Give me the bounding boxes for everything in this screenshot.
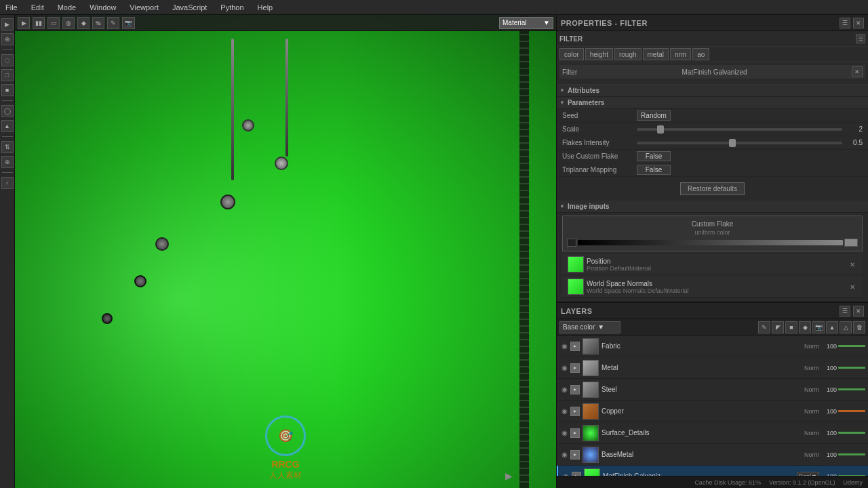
vp-btn-cam2[interactable]: 📷 <box>122 17 135 29</box>
attributes-section[interactable]: ▼ Attributes <box>557 85 868 97</box>
tool-zoom[interactable]: ⊕ <box>1 156 14 168</box>
properties-filter-panel: PROPERTIES - FILTER ☰ ✕ FILTER ☰ color h… <box>557 15 868 303</box>
layer-basemetal-folder[interactable]: ▸ <box>570 450 580 460</box>
map-worldnormals-close[interactable]: ✕ <box>848 282 857 291</box>
layer-metal-folder[interactable]: ▸ <box>570 363 580 373</box>
layers-tool-trash[interactable]: 🗑 <box>853 321 865 333</box>
attributes-arrow: ▼ <box>559 87 565 94</box>
properties-settings-btn[interactable]: ☰ <box>840 18 850 28</box>
material-dropdown[interactable]: Material ▼ <box>499 17 553 29</box>
parameters-section[interactable]: ▼ Parameters <box>557 97 868 109</box>
layer-steel[interactable]: ◉ ▸ Steel Norm 100 <box>557 379 868 401</box>
vp-btn-display[interactable]: ◍ <box>62 17 75 29</box>
filter-settings-icon[interactable]: ☰ <box>856 34 865 43</box>
scale-slider-thumb[interactable] <box>657 125 664 134</box>
layer-basemetal-eye[interactable]: ◉ <box>559 450 569 460</box>
layer-surface[interactable]: ◉ ▸ Surface_Details Norm 100 <box>557 422 868 444</box>
layers-tool-2[interactable]: ◤ <box>772 321 784 333</box>
tool-brush[interactable]: ◌ <box>1 54 14 66</box>
layer-copper[interactable]: ◉ ▸ Copper Norm 100 <box>557 401 868 422</box>
layer-steel-norm: Norm <box>804 386 819 393</box>
layer-steel-eye[interactable]: ◉ <box>559 385 569 394</box>
menu-window[interactable]: Window <box>87 2 119 13</box>
menu-edit[interactable]: Edit <box>28 2 47 13</box>
scale-slider-track[interactable] <box>637 128 842 131</box>
layer-fabric-folder[interactable]: ▸ <box>570 342 580 351</box>
layer-metal-eye[interactable]: ◉ <box>559 363 569 373</box>
layers-tool-5[interactable]: 📷 <box>812 321 825 333</box>
vp-btn-arrows[interactable]: ↹ <box>92 17 104 29</box>
filter-sub-header: Filter MatFinish Galvanized ✕ <box>559 65 865 79</box>
filter-tab-color[interactable]: color <box>559 48 584 60</box>
tool-layers[interactable]: ▫ <box>1 177 14 189</box>
layer-metal-thumb <box>583 360 599 376</box>
vp-btn-pause[interactable]: ▮▮ <box>33 17 45 29</box>
tool-transform[interactable]: ⇅ <box>1 141 14 153</box>
color-slider-end[interactable] <box>844 239 858 247</box>
vp-btn-env[interactable]: ◆ <box>77 17 90 29</box>
restore-defaults-row: Restore defaults <box>557 177 868 201</box>
layers-tool-7[interactable]: △ <box>840 321 852 333</box>
tool-select[interactable]: ▶ <box>1 18 14 30</box>
color-swatch[interactable] <box>567 239 576 247</box>
flakes-slider-thumb[interactable] <box>729 139 736 147</box>
vp-btn-frame[interactable]: ▭ <box>47 17 60 29</box>
menu-javascript[interactable]: JavaScript <box>170 2 210 13</box>
filter-tab-rough[interactable]: rough <box>614 48 642 60</box>
watermark-rrcg: RRCG <box>271 459 299 470</box>
layer-fabric-norm: Norm <box>804 343 819 350</box>
restore-defaults-btn[interactable]: Restore defaults <box>680 182 745 195</box>
layer-copper-folder[interactable]: ▸ <box>570 407 580 416</box>
filter-sub-close[interactable]: ✕ <box>852 66 863 77</box>
flakes-slider-track[interactable] <box>637 142 842 144</box>
layers-close-btn[interactable]: ✕ <box>853 306 864 317</box>
vp-btn-pen[interactable]: ✎ <box>107 17 119 29</box>
tool-eyedropper[interactable]: ◯ <box>1 105 14 117</box>
layers-tool-3[interactable]: ■ <box>785 321 797 333</box>
layer-basemetal-info: BaseMetal <box>601 451 803 458</box>
udemy-brand: Udemy <box>843 479 863 486</box>
layer-fabric[interactable]: ◉ ▸ Fabric Norm 100 <box>557 336 868 357</box>
layers-tool-6[interactable]: ▲ <box>826 321 838 333</box>
nav-arrow[interactable]: ▶ <box>505 470 513 481</box>
menu-mode[interactable]: Mode <box>55 2 79 13</box>
filter-top-row: FILTER ☰ <box>557 31 868 47</box>
menu-file[interactable]: File <box>3 2 20 13</box>
layers-tool-1[interactable]: ✎ <box>758 321 770 333</box>
tool-move[interactable]: ⊕ <box>1 33 14 45</box>
layer-surface-eye[interactable]: ◉ <box>559 428 569 438</box>
tool-eraser[interactable]: □ <box>1 69 14 81</box>
color-slider[interactable] <box>578 240 843 245</box>
custom-flake-title: Custom Flake <box>567 220 858 228</box>
filter-tab-ao[interactable]: ao <box>692 48 709 60</box>
menu-python[interactable]: Python <box>218 2 246 13</box>
tool-fill[interactable]: ▲ <box>1 120 14 132</box>
filter-tab-nrm[interactable]: nrm <box>670 48 691 60</box>
base-color-dropdown[interactable]: Base color ▼ <box>559 321 620 333</box>
layer-copper-eye[interactable]: ◉ <box>559 407 569 416</box>
layer-metal[interactable]: ◉ ▸ Metal Norm 100 <box>557 357 868 379</box>
layer-matfinish[interactable]: ◉ ▸ MatFinish Galvaniz... Repl ▼ 100 <box>557 466 868 476</box>
param-custom-flake-value[interactable]: False <box>637 151 671 161</box>
layers-tool-4[interactable]: ◆ <box>799 321 811 333</box>
layer-steel-folder[interactable]: ▸ <box>570 385 580 394</box>
layer-surface-folder[interactable]: ▸ <box>570 428 580 438</box>
tool-smudge[interactable]: ■ <box>1 84 14 96</box>
filter-tab-metal[interactable]: metal <box>643 48 669 60</box>
param-triplanar-value[interactable]: False <box>637 165 671 175</box>
layer-basemetal[interactable]: ◉ ▸ BaseMetal Norm 100 <box>557 444 868 466</box>
properties-close-btn[interactable]: ✕ <box>853 18 864 28</box>
custom-flake-subtitle: uniform color <box>567 229 858 236</box>
param-seed-value[interactable]: Random <box>637 110 671 121</box>
menu-viewport[interactable]: Viewport <box>127 2 161 13</box>
viewport[interactable]: 🎯 RRCG 人人素材 ▶ ▶ ▮▮ ▭ ◍ ◆ ↹ ✎ 📷 Material … <box>15 15 556 488</box>
layer-fabric-eye[interactable]: ◉ <box>559 342 569 351</box>
image-inputs-section[interactable]: ▼ Image inputs <box>557 201 868 213</box>
map-position-close[interactable]: ✕ <box>848 260 857 269</box>
vp-btn-cam[interactable]: ▶ <box>18 17 30 29</box>
filter-tab-height[interactable]: height <box>585 48 613 60</box>
tool-divider-3 <box>2 136 13 137</box>
scale-slider-container <box>637 128 842 131</box>
menu-help[interactable]: Help <box>255 2 276 13</box>
layers-settings-btn[interactable]: ☰ <box>840 306 850 317</box>
